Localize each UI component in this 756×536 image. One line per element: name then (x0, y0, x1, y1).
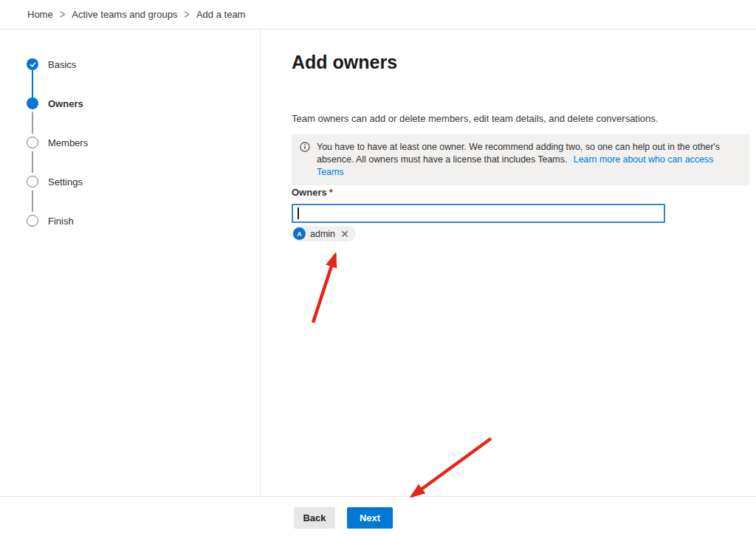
wizard-step-owners[interactable]: Owners (27, 97, 248, 109)
back-button[interactable]: Back (294, 507, 335, 529)
info-banner-text-wrap: You have to have at least one owner. We … (317, 141, 739, 179)
text-caret (298, 207, 299, 219)
step-completed-check-icon (27, 58, 38, 70)
wizard-step-label: Members (48, 137, 88, 148)
wizard-stepper: Basics Owners Members Settings Finish (27, 58, 248, 227)
wizard-step-settings[interactable]: Settings (27, 176, 248, 188)
step-connector (32, 151, 33, 173)
owners-input[interactable] (293, 205, 664, 221)
info-banner: You have to have at least one owner. We … (292, 134, 749, 185)
add-team-wizard-page: Home > Active teams and groups > Add a t… (0, 0, 756, 536)
owner-chip-admin[interactable]: A admin ✕ (292, 226, 356, 241)
owners-input-wrap (292, 204, 665, 223)
page-description: Team owners can add or delete members, e… (292, 113, 658, 124)
step-connector (32, 70, 33, 97)
step-upcoming-icon (27, 215, 38, 227)
close-icon[interactable]: ✕ (340, 229, 349, 239)
wizard-step-members[interactable]: Members (27, 137, 248, 148)
step-upcoming-icon (27, 137, 38, 148)
chevron-right-icon: > (184, 7, 190, 21)
breadcrumb-add-a-team: Add a team (196, 9, 246, 20)
wizard-step-basics[interactable]: Basics (27, 58, 248, 70)
footer-divider (0, 496, 756, 497)
step-current-icon (27, 97, 38, 109)
required-marker: * (329, 187, 333, 198)
wizard-step-finish[interactable]: Finish (27, 215, 248, 227)
chevron-right-icon: > (60, 7, 66, 21)
sidebar-divider (260, 30, 261, 496)
step-connector (32, 190, 33, 212)
wizard-step-label: Owners (48, 98, 83, 109)
owners-label-text: Owners (292, 187, 327, 198)
owner-chip-label: admin (310, 229, 335, 239)
breadcrumb-home[interactable]: Home (27, 9, 53, 20)
breadcrumb: Home > Active teams and groups > Add a t… (0, 0, 756, 30)
main-content: Add owners Team owners can add or delete… (292, 30, 751, 496)
step-connector (32, 112, 33, 134)
wizard-step-label: Finish (48, 216, 74, 227)
step-upcoming-icon (27, 176, 38, 188)
owners-field-label: Owners* (292, 187, 333, 198)
info-icon (300, 142, 310, 179)
avatar: A (293, 227, 306, 240)
page-title: Add owners (292, 52, 397, 73)
breadcrumb-active-teams-and-groups[interactable]: Active teams and groups (72, 9, 177, 20)
wizard-step-label: Basics (48, 59, 76, 70)
wizard-step-label: Settings (48, 176, 83, 188)
next-button[interactable]: Next (347, 507, 393, 529)
